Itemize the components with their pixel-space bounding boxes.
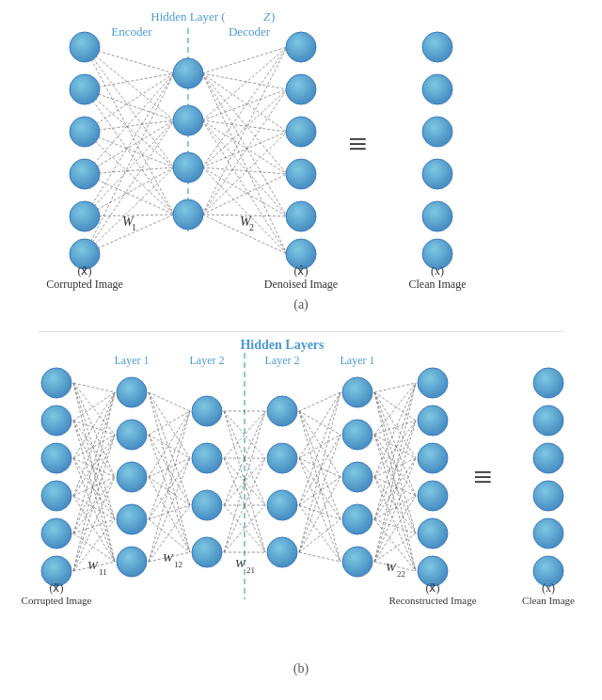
svg-line-158 — [299, 505, 341, 519]
svg-point-206 — [41, 481, 71, 511]
svg-line-110 — [149, 392, 190, 458]
clean-label-a: Clean Image — [409, 278, 467, 291]
svg-point-222 — [342, 377, 372, 407]
svg-point-59 — [173, 152, 203, 183]
svg-point-210 — [117, 420, 147, 450]
svg-line-82 — [73, 383, 115, 519]
svg-point-211 — [117, 462, 147, 492]
svg-text:W: W — [235, 556, 246, 570]
svg-point-228 — [418, 406, 448, 436]
svg-point-207 — [41, 518, 71, 549]
corrupted-label-b: Corrupted Image — [22, 595, 92, 606]
encoder-label-a: Encoder — [111, 24, 152, 39]
svg-line-146 — [299, 411, 341, 435]
svg-point-226 — [342, 547, 372, 577]
svg-line-162 — [299, 477, 341, 552]
svg-line-106 — [73, 477, 115, 571]
svg-point-224 — [342, 462, 372, 492]
svg-line-114 — [149, 435, 190, 458]
equals-sign-b: ≡ — [473, 458, 492, 496]
svg-text:(x̃): (x̃) — [426, 581, 440, 595]
svg-line-7 — [85, 89, 174, 215]
svg-line-28 — [202, 73, 287, 216]
svg-line-43 — [202, 89, 287, 215]
svg-point-216 — [192, 490, 222, 520]
svg-text:(x): (x) — [542, 581, 555, 595]
svg-point-219 — [267, 443, 297, 473]
svg-line-40 — [202, 167, 287, 216]
svg-point-234 — [533, 406, 563, 436]
clean-label-b: Clean Image — [522, 595, 575, 606]
svg-point-54 — [70, 159, 100, 189]
svg-point-61 — [286, 32, 316, 62]
svg-line-120 — [149, 477, 190, 552]
svg-point-53 — [70, 117, 100, 147]
svg-point-231 — [418, 518, 448, 549]
svg-point-57 — [173, 58, 203, 88]
svg-text:): ) — [271, 9, 275, 24]
svg-point-55 — [70, 201, 100, 231]
svg-point-60 — [173, 199, 203, 230]
hidden-layer-label-a: Hidden Layer ( — [150, 9, 225, 24]
svg-line-35 — [202, 120, 287, 254]
svg-point-62 — [286, 74, 316, 104]
svg-line-80 — [73, 383, 115, 435]
svg-point-214 — [192, 396, 222, 426]
svg-line-189 — [374, 383, 416, 562]
svg-line-124 — [149, 519, 190, 552]
diagram-a-svg: W 1 W 2 — [9, 9, 593, 292]
svg-line-38 — [202, 132, 287, 167]
svg-line-182 — [374, 477, 416, 571]
svg-point-235 — [533, 443, 563, 473]
svg-line-163 — [299, 519, 341, 552]
svg-text:1: 1 — [132, 222, 136, 232]
svg-point-63 — [286, 117, 316, 147]
svg-line-42 — [202, 47, 287, 215]
svg-line-187 — [374, 519, 416, 533]
svg-line-174 — [374, 435, 416, 496]
svg-line-184 — [374, 421, 416, 519]
layer1-right-label-b: Layer 1 — [341, 354, 375, 367]
svg-point-205 — [41, 443, 71, 473]
svg-point-221 — [267, 537, 297, 567]
denoised-label-a: Denoised Image — [264, 278, 338, 291]
svg-text:21: 21 — [246, 565, 255, 575]
main-container: W 1 W 2 — [9, 9, 593, 700]
equals-sign-a: ≡ — [348, 125, 367, 163]
svg-point-68 — [422, 74, 452, 104]
corrupted-label-a: Corrupted Image — [46, 278, 123, 291]
diagram-a-section: W 1 W 2 — [9, 9, 593, 318]
svg-point-65 — [286, 201, 316, 231]
svg-line-176 — [374, 435, 416, 571]
svg-line-81 — [73, 383, 115, 477]
svg-line-177 — [374, 383, 416, 477]
diagram-a-label: (a) — [293, 297, 309, 312]
svg-line-90 — [73, 435, 115, 458]
svg-point-213 — [117, 547, 147, 577]
svg-line-31 — [202, 89, 287, 120]
svg-text:Z: Z — [263, 9, 271, 24]
svg-line-148 — [299, 411, 341, 519]
svg-line-34 — [202, 120, 287, 216]
svg-line-83 — [73, 383, 115, 562]
svg-line-175 — [374, 435, 416, 533]
svg-line-156 — [299, 435, 341, 505]
diagram-b-section: Hidden Layers Layer 1 Layer 2 Layer 2 La… — [9, 336, 593, 682]
svg-line-159 — [299, 505, 341, 562]
svg-text:(x̂): (x̂) — [294, 264, 309, 278]
svg-line-102 — [73, 519, 115, 533]
svg-line-185 — [374, 458, 416, 519]
reconstructed-label-b: Reconstructed Image — [388, 595, 476, 606]
svg-line-116 — [149, 435, 190, 552]
svg-point-209 — [117, 377, 147, 407]
svg-point-70 — [422, 159, 452, 189]
svg-point-237 — [533, 518, 563, 549]
diagram-b-svg: Hidden Layers Layer 1 Layer 2 Layer 2 La… — [5, 336, 597, 656]
svg-point-203 — [41, 368, 71, 398]
hidden-layers-label-b: Hidden Layers — [240, 338, 325, 352]
svg-point-223 — [342, 420, 372, 450]
svg-line-183 — [374, 383, 416, 519]
svg-line-26 — [202, 73, 287, 132]
svg-point-236 — [533, 481, 563, 511]
svg-line-25 — [202, 73, 287, 89]
